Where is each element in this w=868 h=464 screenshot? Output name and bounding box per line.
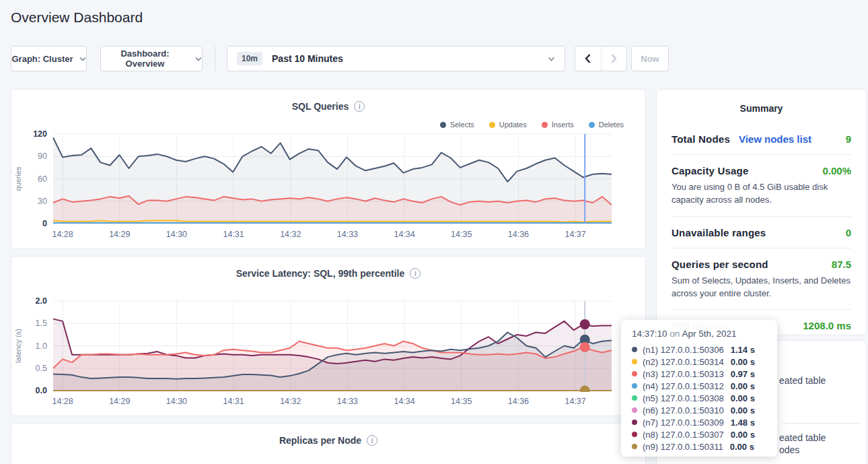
legend-label: Selects: [450, 121, 474, 129]
chevron-down-icon: [195, 57, 202, 61]
tooltip-node-row: (n6) 127.0.0.1:503100.00 s: [632, 404, 768, 416]
y-tick-label: 1.5: [36, 319, 47, 328]
sql-queries-legend: SelectsUpdatesInsertsDeletes: [440, 121, 624, 129]
node-latency-value: 1.14 s: [731, 345, 755, 355]
node-address: (n7) 127.0.0.1:50309: [643, 418, 724, 428]
step-back-button[interactable]: [575, 46, 601, 71]
time-range-label: Past 10 Minutes: [272, 53, 343, 64]
chevron-down-icon: [548, 57, 555, 61]
legend-dot: [589, 122, 595, 128]
x-tick-label: 14:35: [451, 397, 472, 406]
x-tick-label: 14:32: [280, 230, 301, 239]
time-range-badge: 10m: [237, 52, 262, 65]
chevron-right-icon: [611, 54, 617, 63]
chart-title: Replicas per Node: [279, 435, 361, 446]
node-color-dot: [632, 432, 637, 437]
node-address: (n9) 127.0.0.1:50311: [643, 442, 723, 452]
service-latency-header: Service Latency: SQL, 99th percentile i: [11, 268, 645, 279]
summary-label: Capacity Usage: [672, 165, 749, 176]
y-tick-label: 0.0: [36, 386, 47, 395]
x-tick-label: 14:37: [565, 397, 585, 406]
tooltip-node-row: (n4) 127.0.0.1:503120.00 s: [632, 380, 768, 392]
x-tick-label: 14:37: [565, 230, 585, 239]
node-color-dot: [632, 444, 637, 449]
x-tick-label: 14:36: [508, 230, 529, 239]
x-tick-label: 14:29: [109, 397, 130, 406]
sql-queries-header: SQL Queries i: [11, 101, 645, 112]
summary-rows: Total NodesView nodes list9Capacity Usag…: [657, 119, 866, 341]
overview-dashboard-page: Overview Dashboard Graph: Cluster Dashbo…: [0, 0, 868, 464]
node-color-dot: [632, 359, 637, 364]
event-text-fragment: odes: [779, 444, 799, 455]
x-tick-label: 14:29: [109, 230, 130, 239]
node-color-dot: [632, 395, 637, 401]
node-color-dot: [632, 383, 637, 389]
node-address: (n2) 127.0.0.1:50314: [643, 357, 724, 367]
tooltip-node-row: (n1) 127.0.0.1:503061.14 s: [632, 343, 768, 356]
tooltip-rows: (n1) 127.0.0.1:503061.14 s(n2) 127.0.0.1…: [632, 343, 768, 453]
page-title: Overview Dashboard: [11, 9, 143, 26]
step-forward-button[interactable]: [601, 46, 627, 71]
replicas-per-node-header: Replicas per Node i: [11, 435, 645, 446]
x-tick-label: 14:32: [280, 397, 301, 406]
dashboard-dropdown[interactable]: Dashboard: Overview: [100, 46, 203, 71]
x-tick-label: 14:30: [166, 230, 187, 239]
summary-value: 87.5: [832, 259, 851, 270]
chart-tooltip: 14:37:10 on Apr 5th, 2021 (n1) 127.0.0.1…: [621, 320, 777, 457]
info-icon[interactable]: i: [410, 268, 421, 279]
y-tick-label: 0.5: [36, 364, 47, 373]
x-tick-label: 14:33: [337, 397, 358, 406]
chart-title: SQL Queries: [292, 101, 349, 112]
tooltip-node-row: (n9) 127.0.0.1:503110.00 s: [632, 440, 768, 453]
x-tick-label: 14:34: [394, 230, 414, 239]
graph-dropdown-label: Graph: Cluster: [11, 54, 73, 64]
summary-label: Unavailable ranges: [672, 227, 766, 238]
toolbar-divider: [215, 46, 215, 71]
crosshair-dot: [580, 319, 590, 329]
view-nodes-list-link[interactable]: View nodes list: [739, 133, 811, 145]
x-tick-label: 14:28: [52, 230, 73, 239]
summary-row: Total NodesView nodes list9: [672, 123, 851, 154]
info-icon[interactable]: i: [367, 435, 377, 446]
node-latency-value: 0.00 s: [731, 405, 755, 416]
sql-queries-panel: 030609012014:2814:2914:3014:3114:3214:33…: [11, 89, 646, 249]
legend-item-inserts[interactable]: Inserts: [542, 121, 574, 129]
graph-dropdown[interactable]: Graph: Cluster: [11, 46, 87, 71]
dashboard-dropdown-label: Dashboard: Overview: [101, 48, 189, 69]
node-latency-value: 0.97 s: [731, 369, 755, 379]
tooltip-on: on: [670, 329, 680, 339]
x-tick-label: 14:31: [223, 230, 244, 239]
summary-value: 0: [846, 227, 851, 238]
summary-label: Queries per second: [672, 259, 768, 270]
summary-panel: Summary Total NodesView nodes list9Capac…: [656, 89, 867, 335]
summary-value: 0.00%: [822, 165, 851, 176]
summary-value: 9: [846, 133, 851, 145]
x-tick-label: 14:34: [394, 397, 414, 406]
time-range-dropdown[interactable]: 10m Past 10 Minutes: [227, 46, 565, 71]
legend-item-deletes[interactable]: Deletes: [589, 121, 624, 129]
event-text-fragment: eated table: [779, 432, 826, 443]
node-color-dot: [632, 347, 637, 352]
legend-item-updates[interactable]: Updates: [489, 121, 527, 129]
sql-queries-chart[interactable]: 030609012014:2814:2914:3014:3114:3214:33…: [11, 90, 645, 248]
node-latency-value: 0.00 s: [731, 381, 755, 391]
legend-item-selects[interactable]: Selects: [440, 121, 474, 129]
service-latency-chart[interactable]: 0.00.51.01.52.014:2814:2914:3014:3114:32…: [11, 257, 645, 416]
y-tick-label: 1.0: [36, 341, 47, 351]
info-icon[interactable]: i: [354, 101, 365, 112]
tooltip-node-row: (n3) 127.0.0.1:503130.97 s: [632, 368, 768, 380]
crosshair-dot: [580, 386, 590, 396]
y-axis-title: queries: [14, 166, 22, 191]
legend-dot: [489, 122, 495, 128]
legend-label: Inserts: [552, 121, 574, 129]
node-address: (n8) 127.0.0.1:50307: [643, 430, 724, 440]
y-tick-label: 30: [38, 197, 47, 206]
x-tick-label: 14:36: [508, 397, 529, 406]
node-address: (n5) 127.0.0.1:50308: [643, 393, 724, 403]
now-button[interactable]: Now: [631, 46, 669, 71]
summary-row: Queries per second87.5Sum of Selects, Up…: [672, 248, 851, 310]
tooltip-node-row: (n7) 127.0.0.1:503091.48 s: [632, 416, 768, 428]
x-tick-label: 14:31: [223, 397, 244, 406]
summary-title: Summary: [657, 90, 866, 114]
node-address: (n1) 127.0.0.1:50306: [643, 345, 724, 355]
